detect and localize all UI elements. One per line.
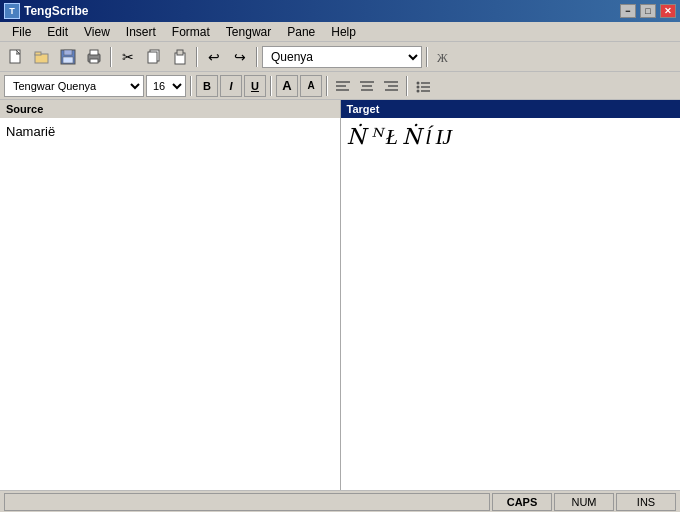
close-button[interactable]: ✕	[660, 4, 676, 18]
ins-label: INS	[637, 496, 655, 508]
toolbar2: Tengwar Quenya 16 8101214 182436 B I U A…	[0, 72, 680, 100]
num-indicator: NUM	[554, 493, 614, 511]
source-content[interactable]: Namarië	[0, 118, 340, 490]
svg-text:Ж: Ж	[437, 51, 448, 65]
menu-insert[interactable]: Insert	[118, 23, 164, 41]
copy-button[interactable]	[142, 46, 166, 68]
font-dropdown[interactable]: Quenya Sindarin Black Speech	[262, 46, 422, 68]
separator7	[326, 76, 328, 96]
script-button[interactable]: Ж	[432, 46, 456, 68]
cut-icon: ✂	[122, 49, 134, 65]
svg-rect-10	[148, 52, 157, 63]
redo-icon: ↪	[234, 49, 246, 65]
target-text: ṄᴺŁṄĺĲ	[347, 124, 456, 149]
svg-rect-8	[90, 59, 98, 63]
align-left-button[interactable]	[332, 75, 354, 97]
statusbar: CAPS NUM INS	[0, 490, 680, 512]
underline-button[interactable]: U	[244, 75, 266, 97]
undo-icon: ↩	[208, 49, 220, 65]
undo-button[interactable]: ↩	[202, 46, 226, 68]
separator3	[256, 47, 258, 67]
caps-label: CAPS	[507, 496, 538, 508]
menu-view[interactable]: View	[76, 23, 118, 41]
ins-indicator: INS	[616, 493, 676, 511]
new-button[interactable]	[4, 46, 28, 68]
separator6	[270, 76, 272, 96]
target-label: Target	[347, 103, 380, 115]
panels: Source Namarië Target ṄᴺŁṄĺĲ	[0, 100, 680, 490]
target-content[interactable]: ṄᴺŁṄĺĲ	[341, 118, 681, 490]
source-label: Source	[6, 103, 43, 115]
bold-button[interactable]: B	[196, 75, 218, 97]
font-size-select[interactable]: 16 8101214 182436	[146, 75, 186, 97]
minimize-button[interactable]: −	[620, 4, 636, 18]
separator8	[406, 76, 408, 96]
titlebar-controls: − □ ✕	[618, 4, 676, 18]
status-main	[4, 493, 490, 511]
separator4	[426, 47, 428, 67]
list-button[interactable]	[412, 75, 434, 97]
align-center-button[interactable]	[356, 75, 378, 97]
caps-indicator: CAPS	[492, 493, 552, 511]
svg-rect-7	[90, 50, 98, 55]
svg-point-25	[417, 85, 420, 88]
svg-point-27	[417, 89, 420, 92]
source-header: Source	[0, 100, 340, 118]
toolbar1: ✂ ↩ ↪ Quenya Sindarin Black Speech Ж	[0, 42, 680, 72]
svg-rect-4	[64, 50, 72, 55]
svg-rect-2	[35, 52, 41, 55]
menu-format[interactable]: Format	[164, 23, 218, 41]
svg-rect-5	[63, 57, 73, 63]
separator1	[110, 47, 112, 67]
target-header: Target	[341, 100, 681, 118]
separator5	[190, 76, 192, 96]
menu-file[interactable]: File	[4, 23, 39, 41]
app-icon-letter: T	[9, 6, 15, 16]
titlebar: T TengScribe − □ ✕	[0, 0, 680, 22]
paste-button[interactable]	[168, 46, 192, 68]
open-button[interactable]	[30, 46, 54, 68]
italic-button[interactable]: I	[220, 75, 242, 97]
menubar: File Edit View Insert Format Tengwar Pan…	[0, 22, 680, 42]
app-title: TengScribe	[24, 4, 618, 18]
save-button[interactable]	[56, 46, 80, 68]
app-icon: T	[4, 3, 20, 19]
menu-edit[interactable]: Edit	[39, 23, 76, 41]
menu-pane[interactable]: Pane	[279, 23, 323, 41]
separator2	[196, 47, 198, 67]
cut-button[interactable]: ✂	[116, 46, 140, 68]
content-area: Source Namarië Target ṄᴺŁṄĺĲ	[0, 100, 680, 490]
print-button[interactable]	[82, 46, 106, 68]
align-right-button[interactable]	[380, 75, 402, 97]
source-panel: Source Namarië	[0, 100, 341, 490]
maximize-button[interactable]: □	[640, 4, 656, 18]
menu-tengwar[interactable]: Tengwar	[218, 23, 279, 41]
svg-point-23	[417, 81, 420, 84]
grow-font-button[interactable]: A	[276, 75, 298, 97]
svg-rect-12	[177, 50, 183, 55]
num-label: NUM	[571, 496, 596, 508]
menu-help[interactable]: Help	[323, 23, 364, 41]
target-panel: Target ṄᴺŁṄĺĲ	[341, 100, 681, 490]
source-text: Namarië	[6, 124, 55, 139]
font-name-select[interactable]: Tengwar Quenya	[4, 75, 144, 97]
shrink-font-button[interactable]: A	[300, 75, 322, 97]
redo-button[interactable]: ↪	[228, 46, 252, 68]
